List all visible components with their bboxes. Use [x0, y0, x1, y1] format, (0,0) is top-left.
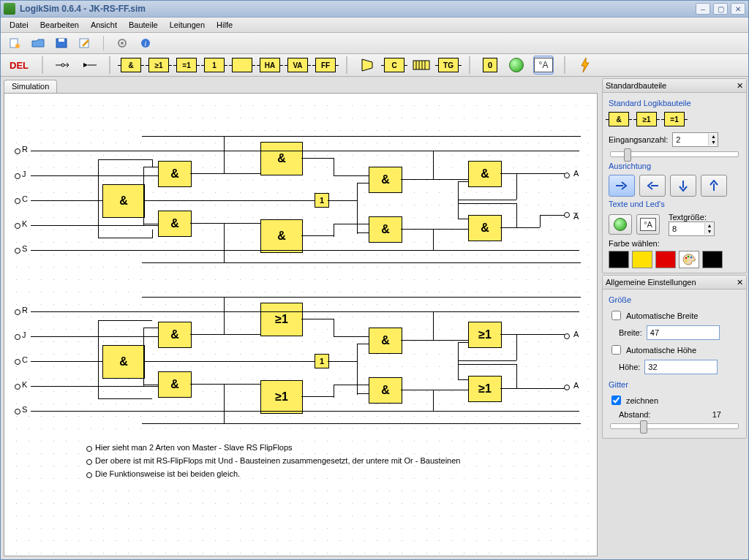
menu-leitungen[interactable]: Leitungen: [164, 19, 211, 31]
align-down-button[interactable]: [670, 175, 696, 197]
textsize-spinner[interactable]: ▲▼: [669, 222, 715, 236]
section-ausrichtung: Ausrichtung: [609, 162, 740, 170]
toolbar: i: [1, 33, 748, 54]
pin-r-top: [15, 148, 20, 154]
textsize-label: Textgröße:: [669, 213, 715, 222]
const-zero-button[interactable]: 0: [481, 56, 500, 74]
gate[interactable]: ≥1: [260, 380, 303, 414]
gate[interactable]: &: [102, 345, 145, 379]
open-button[interactable]: [29, 35, 48, 51]
grid-draw-checkbox[interactable]: [611, 396, 621, 405]
buffer-gate-button[interactable]: 1: [204, 58, 225, 72]
tab-simulation[interactable]: Simulation: [4, 80, 57, 93]
width-input[interactable]: [647, 325, 720, 340]
gate-and-7[interactable]: &: [369, 216, 402, 243]
text-edit-button[interactable]: [636, 214, 660, 235]
save-button[interactable]: [52, 35, 71, 51]
blank-gate-button[interactable]: [232, 58, 252, 72]
new-button[interactable]: [5, 35, 24, 51]
panel-close-button[interactable]: ✕: [737, 278, 743, 287]
app-icon: [4, 3, 15, 15]
mux-button[interactable]: [358, 56, 377, 74]
mini-or-button[interactable]: ≥1: [636, 112, 657, 126]
gate-and-3[interactable]: &: [158, 211, 192, 237]
spinner-down-icon[interactable]: ▼: [709, 140, 718, 145]
info-button[interactable]: i: [136, 35, 155, 51]
side-panels: Standardbauteile ✕ Standard Logikbauteil…: [601, 77, 748, 559]
label-a-top: A: [573, 169, 579, 178]
swatch-current[interactable]: [702, 251, 723, 268]
swatch-black[interactable]: [609, 251, 629, 268]
led-button[interactable]: [507, 56, 526, 74]
align-up-button[interactable]: [701, 175, 727, 197]
label-j-bot: J: [22, 330, 26, 339]
gate-and-2[interactable]: &: [158, 161, 192, 187]
svg-point-18: [688, 256, 690, 258]
output-pin-button[interactable]: [80, 56, 99, 74]
maximize-button[interactable]: ▢: [713, 3, 728, 15]
align-left-button[interactable]: [639, 175, 666, 197]
align-right-button[interactable]: [609, 175, 635, 197]
mini-and-button[interactable]: &: [609, 112, 629, 126]
full-adder-button[interactable]: VA: [287, 58, 308, 72]
panel-close-button[interactable]: ✕: [737, 81, 743, 91]
minimize-button[interactable]: –: [696, 3, 710, 15]
shiftreg-button[interactable]: [412, 56, 431, 74]
gate[interactable]: &: [158, 322, 192, 348]
spinner-up-icon[interactable]: ▲: [709, 134, 718, 140]
gate[interactable]: ≥1: [468, 322, 502, 348]
input-pin-button[interactable]: [53, 56, 72, 74]
inputs-spinner[interactable]: ▲▼: [672, 132, 718, 147]
palette-button[interactable]: [679, 251, 699, 268]
edit-button[interactable]: [75, 35, 94, 51]
gate-buf-1[interactable]: 1: [315, 193, 329, 208]
menu-bar: Datei Bearbeiten Ansicht Bauteile Leitun…: [1, 18, 748, 33]
gate-and-8[interactable]: &: [468, 161, 502, 187]
canvas-wrap: Simulation R J C K S: [1, 77, 601, 559]
led-edit-button[interactable]: [609, 214, 632, 235]
auto-width-checkbox[interactable]: [611, 311, 621, 320]
app-window: LogikSim 0.6.4 - JK-RS-FF.sim – ▢ ✕ Date…: [0, 0, 749, 560]
gate[interactable]: 1: [315, 354, 329, 368]
counter-button[interactable]: C: [384, 58, 404, 72]
menu-hilfe[interactable]: Hilfe: [211, 19, 238, 31]
run-button[interactable]: [576, 56, 595, 74]
note-bullet: [86, 472, 92, 478]
gate[interactable]: ≥1: [468, 376, 502, 402]
gate[interactable]: &: [369, 377, 402, 404]
flipflop-button[interactable]: FF: [315, 58, 336, 72]
settings-button[interactable]: [113, 35, 132, 51]
menu-bauteile[interactable]: Bauteile: [123, 19, 164, 31]
close-button[interactable]: ✕: [731, 3, 745, 15]
gate[interactable]: ≥1: [260, 303, 303, 336]
inputs-slider[interactable]: [610, 151, 739, 157]
text-label-button[interactable]: [533, 56, 554, 75]
swatch-red[interactable]: [655, 251, 676, 268]
xor-gate-button[interactable]: =1: [176, 58, 197, 72]
menu-ansicht[interactable]: Ansicht: [85, 19, 123, 31]
gate-and-1[interactable]: &: [102, 184, 145, 218]
gate[interactable]: &: [369, 328, 402, 354]
gate-and-9[interactable]: &: [468, 215, 502, 241]
inputs-input[interactable]: [673, 134, 708, 145]
gate[interactable]: &: [158, 371, 192, 398]
tg-button[interactable]: TG: [438, 58, 459, 72]
gate-and-5[interactable]: &: [260, 219, 303, 253]
mini-xor-button[interactable]: =1: [664, 112, 685, 126]
spacing-slider[interactable]: [610, 423, 739, 429]
gate-and-4[interactable]: &: [260, 142, 303, 175]
gate-and-6[interactable]: &: [369, 167, 402, 193]
swatch-yellow[interactable]: [632, 251, 652, 268]
circuit: R J C K S A _ A & &: [4, 94, 597, 556]
or-gate-button[interactable]: ≥1: [148, 58, 169, 72]
textsize-input[interactable]: [669, 223, 704, 235]
circuit-canvas[interactable]: R J C K S A _ A & &: [4, 93, 598, 556]
menu-datei[interactable]: Datei: [4, 19, 34, 31]
delete-button[interactable]: DEL: [7, 55, 31, 75]
height-input[interactable]: [644, 360, 718, 374]
svg-text:i: i: [145, 39, 147, 48]
and-gate-button[interactable]: &: [121, 58, 141, 72]
half-adder-button[interactable]: HA: [260, 58, 280, 72]
auto-height-checkbox[interactable]: [611, 345, 621, 355]
menu-bearbeiten[interactable]: Bearbeiten: [34, 19, 85, 31]
